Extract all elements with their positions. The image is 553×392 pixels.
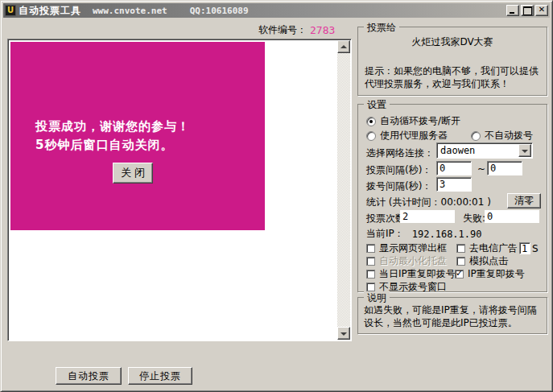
- group-settings-title: 设置: [364, 98, 390, 112]
- ad-seconds-unit: S: [532, 243, 539, 254]
- chevron-down-icon: [522, 150, 528, 153]
- checkbox-row-ipdup: IP重复即拨号: [455, 267, 525, 281]
- scroll-up-button[interactable]: [337, 40, 350, 53]
- serial-row: 软件编号： 2783: [258, 23, 335, 37]
- checkbox-row-ad: 去电信广告 1 S: [456, 241, 539, 255]
- serial-label: 软件编号：: [258, 23, 307, 37]
- vote-success-panel: 投票成功，谢谢您的参与！ 5秒钟后窗口自动关闭。 关 闭: [10, 42, 265, 230]
- checkbox-sameday-ip-redial[interactable]: [366, 270, 375, 279]
- network-connection-label: 选择网络连接：: [366, 146, 434, 160]
- embedded-webpage: 投票成功，谢谢您的参与！ 5秒钟后窗口自动关闭。 关 闭: [7, 39, 352, 341]
- group-notes: 说明 如遇失败，可能是IP重复，请将拨号间隔 设长，当然也可能是此IP已投过票。: [357, 297, 547, 334]
- radio-use-proxy-label: 使用代理服务器: [380, 129, 448, 142]
- notes-line1: 如遇失败，可能是IP重复，请将拨号间隔: [364, 303, 543, 316]
- arrow-down-icon: [340, 332, 347, 336]
- popup-close-button[interactable]: 关 闭: [113, 163, 153, 184]
- group-settings: 设置 自动循环拨号/断开 使用代理服务器 不自动拨号 选择网络连接： daowe…: [357, 104, 547, 292]
- checkbox-ip-duplicate-redial-label: IP重复即拨号: [468, 267, 525, 281]
- radio-use-proxy[interactable]: [366, 131, 376, 141]
- radio-auto-dial-row: 自动循环拨号/断开: [366, 114, 460, 128]
- ad-seconds-input[interactable]: 1: [519, 242, 530, 254]
- checkbox-minimize-tray[interactable]: [366, 257, 375, 266]
- network-label-row: 选择网络连接：: [366, 146, 434, 160]
- clear-stats-button[interactable]: 清零: [507, 193, 541, 208]
- hint-line1: 提示：如果您的电脑不够，我们可以提供: [365, 64, 542, 77]
- stats-label: 统计 (共计时间：00:00:01 ): [366, 196, 491, 209]
- maximize-button[interactable]: [521, 5, 534, 16]
- close-button[interactable]: [535, 5, 548, 16]
- radio-auto-dial-label: 自动循环拨号/断开: [380, 114, 460, 128]
- serial-value: 2783: [310, 24, 335, 36]
- vote-interval-label: 投票间隔(秒)：: [366, 163, 431, 177]
- radio-no-dial-row: 不自动拨号: [471, 129, 533, 142]
- checkbox-sameday-ip-redial-label: 当日IP重复即拨号: [379, 267, 456, 281]
- current-ip-value: 192.168.1.90: [412, 229, 482, 240]
- app-icon: U: [5, 5, 16, 16]
- current-ip-label: 当前IP：: [366, 227, 404, 241]
- window-title-qq: QQ:10616089: [190, 6, 249, 16]
- success-line1: 投票成功，谢谢您的参与！: [35, 118, 190, 136]
- stop-vote-button[interactable]: 停止投票: [128, 367, 192, 385]
- network-connection-select[interactable]: daowen: [436, 142, 533, 159]
- tilde-separator: ~: [477, 163, 485, 175]
- radio-proxy-row: 使用代理服务器: [366, 129, 448, 142]
- success-line2: 5秒钟后窗口自动关闭。: [35, 136, 190, 155]
- notes-line2: 设长，当然也可能是此IP已投过票。: [364, 316, 543, 329]
- checkbox-remove-ad-label: 去电信广告: [469, 241, 518, 255]
- checkbox-ip-duplicate-redial[interactable]: [455, 270, 464, 279]
- scroll-down-button[interactable]: [337, 327, 350, 340]
- checkbox-simulate-click-label: 模拟点击: [469, 254, 508, 268]
- radio-no-auto-dial-label: 不自动拨号: [485, 129, 533, 142]
- dial-interval-row: 拨号间隔(秒)：: [366, 179, 431, 193]
- notes-text: 如遇失败，可能是IP重复，请将拨号间隔 设长，当然也可能是此IP已投过票。: [364, 303, 543, 329]
- stats-row: 统计 (共计时间：00:00:01 ): [366, 196, 491, 209]
- radio-no-auto-dial[interactable]: [471, 131, 481, 141]
- fail-count-field[interactable]: 0: [485, 210, 539, 223]
- vote-count-field[interactable]: 2: [400, 210, 455, 223]
- checkbox-show-popup[interactable]: [366, 244, 375, 253]
- checkbox-simulate-click[interactable]: [456, 257, 465, 266]
- group-vote-target-title: 投票给: [364, 21, 399, 35]
- dial-interval-input[interactable]: 3: [436, 177, 472, 192]
- proxy-hint-text: 提示：如果您的电脑不够，我们可以提供 代理投票服务，欢迎与我们联系！: [365, 64, 542, 90]
- current-ip-row: 当前IP： 192.168.1.90: [366, 227, 481, 241]
- checkbox-row-click: 模拟点击: [456, 254, 508, 268]
- dial-interval-label: 拨号间隔(秒)：: [366, 179, 431, 193]
- contest-name: 火炬过我家DV大赛: [358, 35, 547, 49]
- vote-interval-min-input[interactable]: 0: [436, 161, 472, 175]
- group-vote-target: 投票给 火炬过我家DV大赛 提示：如果您的电脑不够，我们可以提供 代理投票服务，…: [357, 27, 547, 96]
- title-bar[interactable]: U 自动投票工具 www.cnvote.net QQ:10616089: [3, 3, 550, 18]
- checkbox-hide-dial-window[interactable]: [366, 283, 375, 291]
- checkbox-minimize-tray-label: 自动最小化托盘: [379, 254, 447, 268]
- vote-interval-max-input[interactable]: 0: [487, 161, 522, 175]
- hint-line2: 代理投票服务，欢迎与我们联系！: [365, 77, 542, 90]
- fail-count-label: 失败:: [463, 212, 485, 225]
- vote-interval-row: 投票间隔(秒)：: [366, 163, 431, 177]
- checkbox-row-tray: 自动最小化托盘: [366, 254, 447, 268]
- arrow-up-icon: [340, 45, 347, 48]
- combo-dropdown-button[interactable]: [518, 144, 531, 157]
- window-title-site: www.cnvote.net: [93, 6, 167, 16]
- window-title: 自动投票工具: [19, 4, 81, 18]
- auto-vote-button[interactable]: 自动投票: [56, 367, 122, 385]
- network-connection-value: daowen: [440, 145, 475, 156]
- checkbox-row-popup: 显示网页弹出框: [366, 241, 447, 255]
- minimize-button[interactable]: [506, 5, 519, 16]
- app-window: U 自动投票工具 www.cnvote.net QQ:10616089 软件编号…: [0, 0, 553, 392]
- webview-scrollbar[interactable]: [337, 40, 350, 340]
- checkbox-row-sameday: 当日IP重复即拨号: [366, 267, 456, 281]
- checkbox-show-popup-label: 显示网页弹出框: [379, 241, 447, 255]
- radio-auto-dial[interactable]: [366, 117, 376, 126]
- vote-success-message: 投票成功，谢谢您的参与！ 5秒钟后窗口自动关闭。: [35, 118, 190, 155]
- checkbox-remove-ad[interactable]: [456, 244, 465, 253]
